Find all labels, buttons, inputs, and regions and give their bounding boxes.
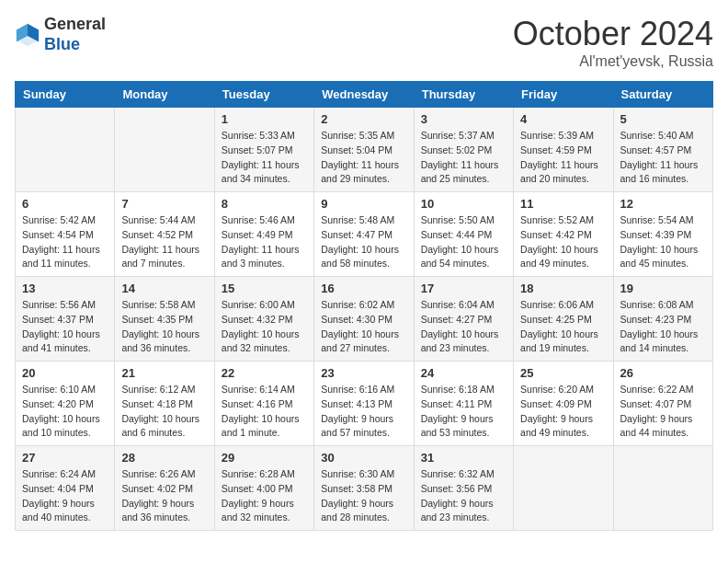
calendar-cell: 24Sunrise: 6:18 AMSunset: 4:11 PMDayligh… bbox=[414, 362, 513, 446]
calendar-cell: 31Sunrise: 6:32 AMSunset: 3:56 PMDayligh… bbox=[414, 446, 513, 531]
day-number: 5 bbox=[620, 112, 706, 126]
calendar-cell: 11Sunrise: 5:52 AMSunset: 4:42 PMDayligh… bbox=[514, 192, 613, 277]
calendar-cell: 9Sunrise: 5:48 AMSunset: 4:47 PMDaylight… bbox=[314, 192, 414, 277]
week-row-5: 27Sunrise: 6:24 AMSunset: 4:04 PMDayligh… bbox=[16, 446, 713, 531]
weekday-header-monday: Monday bbox=[115, 82, 214, 108]
day-info: Sunrise: 5:39 AMSunset: 4:59 PMDaylight:… bbox=[520, 129, 606, 187]
logo-general: General bbox=[44, 15, 106, 33]
day-number: 28 bbox=[121, 451, 207, 465]
calendar-cell: 25Sunrise: 6:20 AMSunset: 4:09 PMDayligh… bbox=[514, 362, 613, 446]
day-info: Sunrise: 6:22 AMSunset: 4:07 PMDaylight:… bbox=[620, 383, 706, 441]
day-number: 3 bbox=[421, 112, 506, 126]
calendar-cell: 5Sunrise: 5:40 AMSunset: 4:57 PMDaylight… bbox=[613, 108, 712, 192]
day-info: Sunrise: 6:10 AMSunset: 4:20 PMDaylight:… bbox=[22, 383, 108, 441]
calendar-cell: 17Sunrise: 6:04 AMSunset: 4:27 PMDayligh… bbox=[414, 277, 513, 362]
day-number: 13 bbox=[22, 282, 108, 295]
day-info: Sunrise: 6:02 AMSunset: 4:30 PMDaylight:… bbox=[321, 298, 406, 356]
day-info: Sunrise: 6:26 AMSunset: 4:02 PMDaylight:… bbox=[121, 467, 207, 525]
logo-text: General Blue bbox=[44, 15, 106, 54]
day-number: 19 bbox=[620, 282, 706, 295]
weekday-header-thursday: Thursday bbox=[414, 82, 513, 108]
calendar-cell: 7Sunrise: 5:44 AMSunset: 4:52 PMDaylight… bbox=[115, 192, 214, 277]
calendar-cell: 14Sunrise: 5:58 AMSunset: 4:35 PMDayligh… bbox=[115, 277, 214, 362]
calendar-cell: 12Sunrise: 5:54 AMSunset: 4:39 PMDayligh… bbox=[613, 192, 712, 277]
day-info: Sunrise: 6:32 AMSunset: 3:56 PMDaylight:… bbox=[421, 467, 506, 525]
day-number: 25 bbox=[520, 366, 606, 380]
calendar-cell: 3Sunrise: 5:37 AMSunset: 5:02 PMDaylight… bbox=[414, 108, 513, 192]
day-number: 23 bbox=[321, 366, 406, 380]
week-row-3: 13Sunrise: 5:56 AMSunset: 4:37 PMDayligh… bbox=[16, 277, 713, 362]
calendar-cell: 4Sunrise: 5:39 AMSunset: 4:59 PMDaylight… bbox=[514, 108, 613, 192]
day-info: Sunrise: 6:04 AMSunset: 4:27 PMDaylight:… bbox=[421, 298, 506, 356]
day-number: 2 bbox=[321, 112, 406, 126]
day-info: Sunrise: 6:16 AMSunset: 4:13 PMDaylight:… bbox=[321, 383, 406, 441]
day-number: 10 bbox=[421, 197, 506, 211]
day-number: 20 bbox=[22, 366, 108, 380]
calendar-table: SundayMondayTuesdayWednesdayThursdayFrid… bbox=[15, 81, 713, 531]
calendar-cell: 1Sunrise: 5:33 AMSunset: 5:07 PMDaylight… bbox=[214, 108, 313, 192]
day-info: Sunrise: 5:44 AMSunset: 4:52 PMDaylight:… bbox=[121, 213, 207, 271]
day-info: Sunrise: 6:18 AMSunset: 4:11 PMDaylight:… bbox=[421, 383, 506, 441]
calendar-cell: 19Sunrise: 6:08 AMSunset: 4:23 PMDayligh… bbox=[613, 277, 712, 362]
day-info: Sunrise: 5:50 AMSunset: 4:44 PMDaylight:… bbox=[421, 213, 506, 271]
day-info: Sunrise: 6:06 AMSunset: 4:25 PMDaylight:… bbox=[520, 298, 606, 356]
calendar-cell: 22Sunrise: 6:14 AMSunset: 4:16 PMDayligh… bbox=[214, 362, 313, 446]
day-info: Sunrise: 5:42 AMSunset: 4:54 PMDaylight:… bbox=[22, 213, 108, 271]
day-number: 6 bbox=[22, 197, 108, 211]
calendar-cell bbox=[115, 108, 214, 192]
day-number: 18 bbox=[520, 282, 606, 295]
weekday-header-friday: Friday bbox=[514, 82, 613, 108]
day-info: Sunrise: 5:54 AMSunset: 4:39 PMDaylight:… bbox=[620, 213, 706, 271]
day-number: 27 bbox=[22, 451, 108, 465]
day-number: 4 bbox=[520, 112, 606, 126]
week-row-1: 1Sunrise: 5:33 AMSunset: 5:07 PMDaylight… bbox=[16, 108, 713, 192]
day-info: Sunrise: 6:00 AMSunset: 4:32 PMDaylight:… bbox=[222, 298, 307, 356]
day-number: 21 bbox=[121, 366, 207, 380]
day-info: Sunrise: 6:28 AMSunset: 4:00 PMDaylight:… bbox=[222, 467, 307, 525]
logo: General Blue bbox=[15, 15, 106, 54]
calendar-cell: 27Sunrise: 6:24 AMSunset: 4:04 PMDayligh… bbox=[16, 446, 115, 531]
calendar-cell: 26Sunrise: 6:22 AMSunset: 4:07 PMDayligh… bbox=[613, 362, 712, 446]
page-header: General Blue October 2024 Al'met'yevsk, … bbox=[15, 15, 713, 70]
calendar-cell: 16Sunrise: 6:02 AMSunset: 4:30 PMDayligh… bbox=[314, 277, 414, 362]
calendar-cell: 28Sunrise: 6:26 AMSunset: 4:02 PMDayligh… bbox=[115, 446, 214, 531]
weekday-header-tuesday: Tuesday bbox=[214, 82, 313, 108]
day-info: Sunrise: 5:37 AMSunset: 5:02 PMDaylight:… bbox=[421, 129, 506, 187]
calendar-cell: 23Sunrise: 6:16 AMSunset: 4:13 PMDayligh… bbox=[314, 362, 414, 446]
calendar-cell: 18Sunrise: 6:06 AMSunset: 4:25 PMDayligh… bbox=[514, 277, 613, 362]
weekday-header-wednesday: Wednesday bbox=[314, 82, 414, 108]
day-info: Sunrise: 5:33 AMSunset: 5:07 PMDaylight:… bbox=[222, 129, 307, 187]
day-number: 15 bbox=[222, 282, 307, 295]
day-info: Sunrise: 5:48 AMSunset: 4:47 PMDaylight:… bbox=[321, 213, 406, 271]
weekday-header-sunday: Sunday bbox=[16, 82, 115, 108]
day-info: Sunrise: 6:20 AMSunset: 4:09 PMDaylight:… bbox=[520, 383, 606, 441]
day-number: 26 bbox=[620, 366, 706, 380]
weekday-header-saturday: Saturday bbox=[613, 82, 712, 108]
day-number: 11 bbox=[520, 197, 606, 211]
location: Al'met'yevsk, Russia bbox=[513, 53, 713, 70]
day-info: Sunrise: 6:08 AMSunset: 4:23 PMDaylight:… bbox=[620, 298, 706, 356]
day-number: 22 bbox=[222, 366, 307, 380]
week-row-4: 20Sunrise: 6:10 AMSunset: 4:20 PMDayligh… bbox=[16, 362, 713, 446]
day-number: 31 bbox=[421, 451, 506, 465]
weekday-header-row: SundayMondayTuesdayWednesdayThursdayFrid… bbox=[16, 82, 713, 108]
day-info: Sunrise: 5:56 AMSunset: 4:37 PMDaylight:… bbox=[22, 298, 108, 356]
calendar-cell: 6Sunrise: 5:42 AMSunset: 4:54 PMDaylight… bbox=[16, 192, 115, 277]
day-info: Sunrise: 5:35 AMSunset: 5:04 PMDaylight:… bbox=[321, 129, 406, 187]
logo-icon bbox=[15, 22, 40, 48]
calendar-cell: 10Sunrise: 5:50 AMSunset: 4:44 PMDayligh… bbox=[414, 192, 513, 277]
calendar-cell bbox=[514, 446, 613, 531]
day-info: Sunrise: 6:12 AMSunset: 4:18 PMDaylight:… bbox=[121, 383, 207, 441]
calendar-cell: 2Sunrise: 5:35 AMSunset: 5:04 PMDaylight… bbox=[314, 108, 414, 192]
day-number: 24 bbox=[421, 366, 506, 380]
calendar-cell: 30Sunrise: 6:30 AMSunset: 3:58 PMDayligh… bbox=[314, 446, 414, 531]
day-number: 29 bbox=[222, 451, 307, 465]
calendar-cell bbox=[16, 108, 115, 192]
day-number: 9 bbox=[321, 197, 406, 211]
calendar-cell: 20Sunrise: 6:10 AMSunset: 4:20 PMDayligh… bbox=[16, 362, 115, 446]
day-info: Sunrise: 6:24 AMSunset: 4:04 PMDaylight:… bbox=[22, 467, 108, 525]
calendar-cell: 29Sunrise: 6:28 AMSunset: 4:00 PMDayligh… bbox=[214, 446, 313, 531]
day-number: 7 bbox=[121, 197, 207, 211]
day-info: Sunrise: 5:40 AMSunset: 4:57 PMDaylight:… bbox=[620, 129, 706, 187]
calendar-cell: 15Sunrise: 6:00 AMSunset: 4:32 PMDayligh… bbox=[214, 277, 313, 362]
